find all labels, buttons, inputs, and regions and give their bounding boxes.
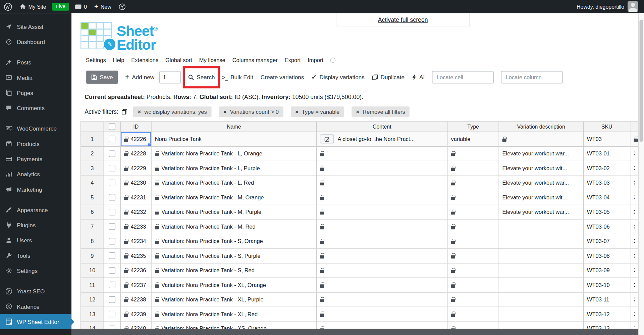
cell-price[interactable]: 39 [631,220,638,234]
add-new-button[interactable]: + Add new [125,74,154,81]
cell-content[interactable] [317,220,448,234]
cell-name[interactable]: Variation: Nora Practice Tank - M, Purpl… [152,205,317,219]
cell-content[interactable] [317,322,448,329]
cell-sku[interactable]: WT03-01 [584,147,631,161]
cell-id[interactable]: 42236 [121,263,152,278]
cell-content[interactable] [317,234,448,248]
cell-type[interactable] [448,161,499,176]
row-checkbox[interactable] [109,165,115,172]
cell-name[interactable]: Nora Practice Tank [152,132,317,146]
cell-content[interactable]: A closet go-to, the Nora Pract... [317,132,448,146]
cell-price[interactable]: 39 [631,263,638,278]
cell-variation-description[interactable]: Elevate your workout wit... [499,161,584,176]
cell-type[interactable] [448,190,499,205]
cell-type[interactable] [448,263,499,278]
menu-item-help[interactable]: Help [113,57,124,63]
cell-variation-description[interactable] [499,220,584,234]
cell-name[interactable]: Variation: Nora Practice Tank - XL, Oran… [152,278,317,292]
row-checkbox[interactable] [109,282,115,288]
cell-id[interactable]: 42235 [121,249,152,263]
cell-id[interactable]: 42237 [121,278,152,292]
row-number[interactable]: 4 [81,176,104,190]
row-checkbox[interactable] [109,180,115,186]
cell-id[interactable]: 42238 [121,292,152,307]
cell-sku[interactable]: WT03 [584,132,631,146]
cell-price[interactable]: 39 [631,205,638,219]
cell-type[interactable] [448,147,499,161]
cell-type[interactable] [448,249,499,263]
cell-type[interactable] [448,205,499,219]
cell-name[interactable]: Variation: Nora Practice Tank - XL, Red [152,307,317,322]
cell-price[interactable]: 39 [631,278,638,292]
column-header-variation-description[interactable]: Variation description [499,122,584,132]
sidebar-item-analytics[interactable]: Analytics [0,166,71,182]
cell-sku[interactable]: WT03-07 [584,234,631,248]
row-number[interactable]: 2 [81,147,104,161]
cell-variation-description[interactable] [499,278,584,292]
menu-item-columns-manager[interactable]: Columns manager [232,57,278,63]
sidebar-item-posts[interactable]: Posts [0,55,71,70]
ai-button[interactable]: AI [412,74,425,81]
display-variations-toggle[interactable]: ✓ Display variations [311,74,364,81]
menu-item-global-sort[interactable]: Global sort [165,57,192,63]
row-checkbox[interactable] [109,194,115,201]
create-variations-button[interactable]: Create variations [261,74,304,81]
menu-item-settings[interactable]: Settings [86,57,106,63]
cell-price[interactable] [631,132,638,146]
column-header-blank[interactable] [81,122,104,132]
cell-id[interactable]: 42226 [121,132,152,146]
cell-variation-description[interactable] [499,234,584,248]
filter-chip-type-variable[interactable]: ×Type = variable [290,106,344,117]
avatar[interactable] [628,1,638,12]
cell-content[interactable] [317,205,448,219]
cell-price[interactable]: 39 [631,190,638,205]
menu-item-extensions[interactable]: Extensions [131,57,158,63]
cell-price[interactable]: 39 [631,176,638,190]
copy-filters-icon[interactable] [122,109,127,114]
sidebar-item-settings[interactable]: Settings [0,263,71,278]
howdy-user-link[interactable]: Howdy, diegoportillo [577,3,624,9]
cell-variation-description[interactable] [499,292,584,307]
save-button[interactable]: Save [86,71,118,84]
cell-variation-description[interactable] [499,322,584,329]
cell-content[interactable] [317,307,448,322]
filter-chip-remove-all-filters[interactable]: ×Remove all filters [352,106,410,117]
cell-sku[interactable]: WT03-10 [584,278,631,292]
row-checkbox[interactable] [109,296,115,303]
cell-type[interactable] [448,234,499,248]
cell-type[interactable] [448,278,499,292]
cell-content[interactable] [317,161,448,176]
sidebar-item-media[interactable]: Media [0,70,71,85]
cell-id[interactable]: 42232 [121,205,152,219]
row-checkbox[interactable] [109,325,115,329]
row-number[interactable]: 10 [81,263,104,278]
cell-price[interactable]: 39 [631,292,638,307]
column-header-id[interactable]: ID [121,122,152,132]
scrollbar-thumb[interactable] [640,20,643,142]
cell-name[interactable]: Variation: Nora Practice Tank - S, Purpl… [152,249,317,263]
cell-name[interactable]: Variation: Nora Practice Tank - L, Red [152,176,317,190]
sidebar-item-appearance[interactable]: Appearance [0,202,71,217]
row-number[interactable]: 9 [81,249,104,263]
sidebar-item-woocommerce[interactable]: WooCommerce [0,121,71,136]
cell-content[interactable] [317,263,448,278]
cell-variation-description[interactable] [499,307,584,322]
cell-variation-description[interactable]: Elevate your workout war... [499,176,584,190]
cell-price[interactable]: 39 [631,322,638,329]
cell-id[interactable]: 42230 [121,176,152,190]
row-number[interactable]: 11 [81,278,104,292]
cell-sku[interactable]: WT03-04 [584,190,631,205]
edit-content-button[interactable] [320,135,334,144]
sidebar-item-tools[interactable]: Tools [0,248,71,263]
row-checkbox[interactable] [109,238,115,245]
cell-name[interactable]: Variation: Nora Practice Tank - XS, Oran… [152,322,317,329]
add-new-count-input[interactable] [159,71,181,84]
row-checkbox[interactable] [109,311,115,318]
cell-sku[interactable]: WT03-06 [584,220,631,234]
cell-variation-description[interactable] [499,132,584,146]
cell-sku[interactable]: WT03-03 [584,176,631,190]
column-header-select[interactable] [104,122,121,132]
cell-variation-description[interactable] [499,263,584,278]
sidebar-item-marketing[interactable]: Marketing [0,182,71,197]
cell-id[interactable]: 42240 [121,322,152,329]
